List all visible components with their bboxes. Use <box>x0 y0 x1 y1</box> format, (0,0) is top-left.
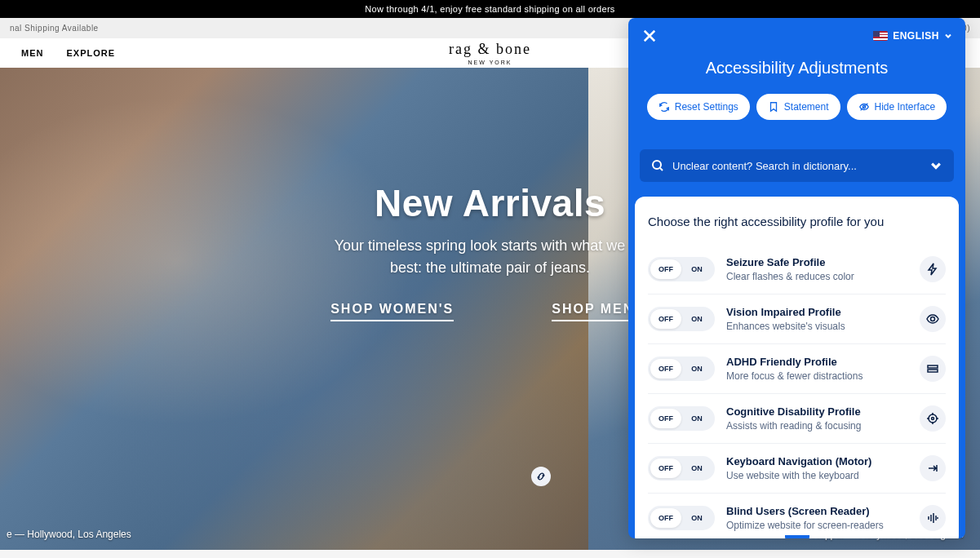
toggle-on: ON <box>681 259 712 279</box>
profile-desc: Optimize website for screen-readers <box>726 520 908 531</box>
toggle-seizure-safe[interactable]: OFF ON <box>648 257 715 281</box>
toggle-blind[interactable]: OFF ON <box>648 506 715 530</box>
toggle-on: ON <box>681 359 712 379</box>
toggle-on: ON <box>681 458 712 478</box>
profile-desc: More focus & fewer distractions <box>726 370 908 382</box>
statement-button[interactable]: Statement <box>756 94 840 120</box>
dictionary-search[interactable]: Unclear content? Search in dictionary... <box>640 149 954 182</box>
profiles-heading: Choose the right accessibility profile f… <box>648 215 946 228</box>
profile-vision-impaired: OFF ON Vision Impaired Profile Enhances … <box>648 294 946 344</box>
close-panel-button[interactable] <box>641 28 658 44</box>
profile-cognitive: OFF ON Cognitive Disability Profile Assi… <box>648 394 946 444</box>
svg-point-6 <box>932 418 934 420</box>
profile-desc: Assists with reading & focusing <box>726 420 908 432</box>
hide-label: Hide Interface <box>875 101 936 113</box>
profile-keyboard: OFF ON Keyboard Navigation (Motor) Use w… <box>648 444 946 494</box>
tab-arrow-icon <box>920 455 946 481</box>
profile-desc: Clear flashes & reduces color <box>726 271 908 282</box>
nav-explore[interactable]: EXPLORE <box>66 48 115 58</box>
toggle-on: ON <box>681 409 712 428</box>
target-icon <box>920 405 946 432</box>
language-label: ENGLISH <box>893 30 939 42</box>
profile-title: Seizure Safe Profile <box>726 256 908 268</box>
reset-settings-button[interactable]: Reset Settings <box>647 94 750 120</box>
shipping-notice: nal Shipping Available <box>10 24 99 33</box>
toggle-off: OFF <box>650 259 681 279</box>
profile-desc: Enhances website's visuals <box>726 321 908 332</box>
toggle-on: ON <box>681 508 712 528</box>
toggle-off: OFF <box>650 309 681 329</box>
toggle-adhd[interactable]: OFF ON <box>648 356 715 381</box>
panel-notch <box>785 535 809 538</box>
eye-icon <box>920 306 946 332</box>
profile-title: Keyboard Navigation (Motor) <box>726 455 908 467</box>
nav-men[interactable]: MEN <box>21 48 43 58</box>
toggle-off: OFF <box>650 458 681 478</box>
bookmark-icon <box>768 101 779 113</box>
profile-blind: OFF ON Blind Users (Screen Reader) Optim… <box>648 494 946 538</box>
hero-subtitle: Your timeless spring look starts with wh… <box>319 235 662 279</box>
profile-desc: Use website with the keyboard <box>726 470 908 481</box>
profile-title: Vision Impaired Profile <box>726 306 908 318</box>
panel-title: Accessibility Adjustments <box>641 59 952 78</box>
brand-name: rag & bone <box>449 41 531 58</box>
eye-off-icon <box>858 101 870 113</box>
lightning-icon <box>920 256 946 282</box>
brand-location: NEW YORK <box>449 60 531 65</box>
svg-point-5 <box>929 414 937 423</box>
toggle-off: OFF <box>650 359 681 379</box>
search-icon <box>651 159 664 172</box>
refresh-icon <box>659 101 670 113</box>
profile-title: ADHD Friendly Profile <box>726 356 908 368</box>
language-selector[interactable]: ENGLISH <box>873 30 952 42</box>
svg-point-1 <box>653 161 661 169</box>
close-icon <box>641 28 658 44</box>
us-flag-icon <box>873 31 888 41</box>
svg-point-2 <box>931 317 935 321</box>
svg-rect-4 <box>928 370 938 372</box>
chevron-down-icon <box>929 159 942 172</box>
profile-adhd: OFF ON ADHD Friendly Profile More focus … <box>648 344 946 394</box>
profile-title: Blind Users (Screen Reader) <box>726 505 908 517</box>
profiles-list: Choose the right accessibility profile f… <box>635 197 959 538</box>
toggle-on: ON <box>681 309 712 329</box>
promo-banner: Now through 4/1, enjoy free standard shi… <box>0 0 980 18</box>
hero-title: New Arrivals <box>319 181 662 225</box>
shop-womens-button[interactable]: SHOP WOMEN'S <box>330 302 454 321</box>
toggle-off: OFF <box>650 409 681 428</box>
statement-label: Statement <box>784 101 829 113</box>
reset-label: Reset Settings <box>675 101 738 113</box>
toggle-off: OFF <box>650 508 681 528</box>
accessibility-panel: ENGLISH Accessibility Adjustments Reset … <box>628 18 965 538</box>
audio-wave-icon <box>920 505 946 531</box>
profile-title: Cognitive Disability Profile <box>726 405 908 418</box>
toggle-cognitive[interactable]: OFF ON <box>648 406 715 431</box>
link-icon <box>531 467 551 486</box>
brand-logo[interactable]: rag & bone NEW YORK <box>449 41 531 65</box>
hide-interface-button[interactable]: Hide Interface <box>847 94 947 120</box>
search-placeholder: Unclear content? Search in dictionary... <box>672 160 921 172</box>
chevron-down-icon <box>944 32 952 40</box>
frame-icon <box>920 356 946 382</box>
photo-caption-left: e — Hollywood, Los Angeles <box>7 529 131 540</box>
toggle-keyboard[interactable]: OFF ON <box>648 456 715 480</box>
svg-rect-3 <box>928 365 938 368</box>
profile-seizure-safe: OFF ON Seizure Safe Profile Clear flashe… <box>648 245 946 294</box>
toggle-vision-impaired[interactable]: OFF ON <box>648 307 715 331</box>
